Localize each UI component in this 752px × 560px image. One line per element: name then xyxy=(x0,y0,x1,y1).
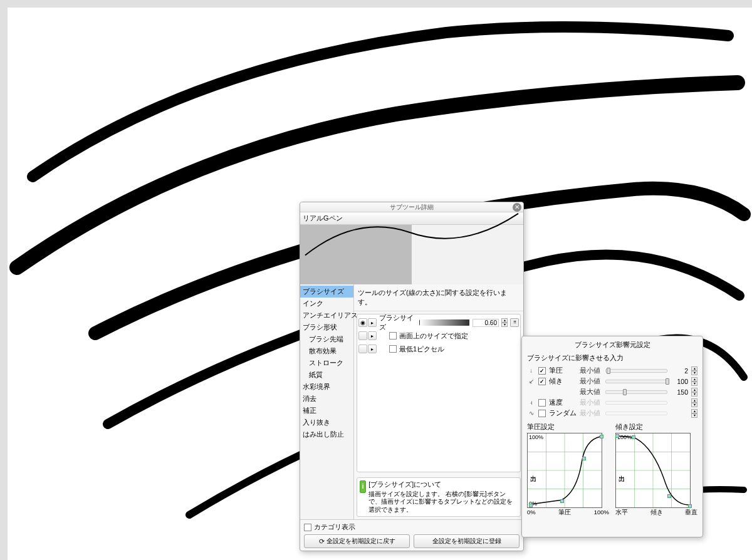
pressure-curve-title: 筆圧設定 xyxy=(527,422,609,432)
influence-row: ↓筆圧最小値2▴▾ xyxy=(527,365,697,376)
category-item[interactable]: はみ出し防止 xyxy=(300,428,353,440)
subtool-detail-panel[interactable]: サブツール詳細 ✕ リアルGペン ブラシサイズインクアンチエイリアスブラシ形状ブ… xyxy=(300,202,524,551)
min-pixel-checkbox[interactable] xyxy=(389,345,397,353)
minmax-label: 最小値 xyxy=(580,409,602,418)
influence-value: 100 xyxy=(671,378,688,385)
category-item[interactable]: 水彩境界 xyxy=(300,381,353,393)
category-item[interactable]: アンチエイリアス xyxy=(300,309,353,321)
minmax-label: 最小値 xyxy=(580,377,602,386)
expand-icon[interactable] xyxy=(368,318,377,327)
influence-label: 傾き xyxy=(549,376,577,386)
category-item[interactable]: 補正 xyxy=(300,405,353,417)
expand-icon[interactable] xyxy=(368,331,377,340)
influence-slider[interactable] xyxy=(605,369,667,373)
brush-size-label: ブラシサイズ xyxy=(379,313,417,332)
brush-size-spinner[interactable]: ▴▾ xyxy=(501,318,508,327)
influence-label: 速度 xyxy=(549,398,577,407)
brush-size-slider[interactable] xyxy=(419,319,470,326)
value-spinner: ▴▾ xyxy=(691,398,697,407)
category-item[interactable]: インク xyxy=(300,298,353,309)
min-pixel-label: 最低1ピクセル xyxy=(399,345,444,354)
expand-icon[interactable] xyxy=(368,345,377,353)
category-description: ツールのサイズ(線の太さ)に関する設定を行います。 xyxy=(354,284,523,311)
help-body: 描画サイズを設定します。 右横の[影響元]ボタンで、描画サイズに影響するタブレッ… xyxy=(368,490,518,514)
influence-slider xyxy=(605,401,667,405)
register-defaults-button[interactable]: 全設定を初期設定に登録 xyxy=(414,534,520,548)
influence-title: ブラシサイズ影響元設定 xyxy=(527,340,697,350)
info-icon: i xyxy=(360,480,366,493)
category-item[interactable]: 入り抜き xyxy=(300,417,353,428)
category-item[interactable]: ブラシサイズ xyxy=(300,286,353,298)
influence-type-icon: ∿ xyxy=(527,410,535,417)
influence-slider[interactable] xyxy=(605,380,667,383)
value-spinner[interactable]: ▴▾ xyxy=(691,366,697,375)
brush-size-value[interactable]: 0.60 xyxy=(473,319,499,327)
influence-label: ランダム xyxy=(549,408,577,418)
influence-slider[interactable] xyxy=(605,390,667,394)
preview-stroke xyxy=(300,202,523,261)
influence-type-icon: ⫞ xyxy=(527,399,535,406)
help-title: [ブラシサイズ]について xyxy=(368,480,518,489)
influence-source-button[interactable]: ⠿ xyxy=(510,318,519,327)
reset-defaults-button[interactable]: 全設定を初期設定に戻す xyxy=(304,534,410,548)
influence-checkbox[interactable] xyxy=(538,367,546,375)
reset-icon xyxy=(319,537,325,546)
influence-row: ∿ランダム最小値▴▾ xyxy=(527,408,697,418)
influence-checkbox[interactable] xyxy=(538,378,546,385)
influence-settings-panel[interactable]: ブラシサイズ影響元設定 ブラシサイズに影響させる入力 ↓筆圧最小値2▴▾↙傾き最… xyxy=(521,336,703,537)
influence-row: ↙傾き最小値100▴▾ xyxy=(527,376,697,386)
row-handle[interactable] xyxy=(358,331,367,340)
value-spinner[interactable]: ▴▾ xyxy=(691,388,697,397)
help-box: i [ブラシサイズ]について 描画サイズを設定します。 右横の[影響元]ボタンで… xyxy=(357,477,521,517)
pressure-curve-graph[interactable]: 100% 0% 出力 xyxy=(527,433,602,508)
tilt-curve-graph[interactable]: 100% 出力 xyxy=(615,433,691,508)
value-spinner[interactable]: ▴▾ xyxy=(691,377,697,386)
category-show-checkbox[interactable] xyxy=(304,524,311,531)
tilt-curve-box: 傾き設定 100% 出力 xyxy=(615,422,697,517)
category-item[interactable]: ストローク xyxy=(300,357,353,369)
influence-row: ⫞速度最小値▴▾ xyxy=(527,397,697,408)
tilt-curve-title: 傾き設定 xyxy=(615,422,697,432)
category-item[interactable]: ブラシ先端 xyxy=(300,333,353,345)
settings-body: ブラシサイズ 0.60 ▴▾ ⠿ 画面上のサイズで指定 xyxy=(357,314,521,472)
influence-checkbox[interactable] xyxy=(538,399,546,407)
eye-icon[interactable] xyxy=(358,318,367,327)
screen-size-label: 画面上のサイズで指定 xyxy=(399,331,468,341)
screen-size-checkbox[interactable] xyxy=(389,332,397,340)
brush-preview xyxy=(300,225,523,284)
value-spinner: ▴▾ xyxy=(691,409,697,418)
minmax-label: 最小値 xyxy=(580,398,602,407)
influence-type-icon: ↓ xyxy=(527,367,535,374)
influence-value: 2 xyxy=(671,367,688,375)
influence-value: 150 xyxy=(671,388,688,396)
influence-type-icon: ↙ xyxy=(527,378,535,385)
influence-slider xyxy=(605,412,667,415)
category-item[interactable]: 消去 xyxy=(300,393,353,405)
pressure-curve-box: 筆圧設定 100% 0% 出力 xyxy=(527,422,609,517)
minmax-label: 最小値 xyxy=(580,366,602,375)
category-item[interactable]: 紙質 xyxy=(300,369,353,381)
influence-checkbox[interactable] xyxy=(538,410,546,417)
category-item[interactable]: 散布効果 xyxy=(300,345,353,357)
category-item[interactable]: ブラシ形状 xyxy=(300,321,353,333)
influence-row: 最大値150▴▾ xyxy=(527,386,697,397)
category-list[interactable]: ブラシサイズインクアンチエイリアスブラシ形状ブラシ先端散布効果ストローク紙質水彩… xyxy=(300,284,354,519)
row-handle[interactable] xyxy=(358,345,367,353)
influence-label: 筆圧 xyxy=(549,366,577,375)
category-show-label: カテゴリ表示 xyxy=(314,522,355,532)
influence-subtitle: ブラシサイズに影響させる入力 xyxy=(527,353,697,363)
minmax-label: 最大値 xyxy=(580,388,602,397)
